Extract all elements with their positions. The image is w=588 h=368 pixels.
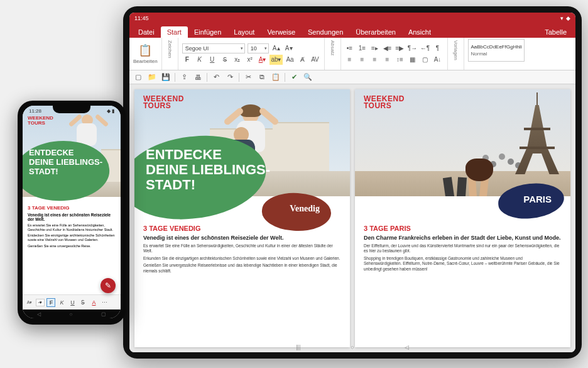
tab-tabelle[interactable]: Tabelle [538, 26, 573, 38]
char-spacing-button[interactable]: AV [310, 55, 320, 65]
phone-nav-home[interactable]: ○ [70, 311, 73, 317]
phone-fontcolor-button[interactable]: A [89, 298, 98, 307]
phone-p1: Es erwartet Sie eine Fülle an Sehenswürd… [28, 223, 116, 232]
font-color-button[interactable]: A▾ [258, 55, 268, 65]
superscript-button[interactable]: x² [245, 55, 255, 65]
phone-brand: WEEKENDTOURS [28, 116, 53, 125]
clear-format-button[interactable]: A̸ [298, 55, 308, 65]
underline-button[interactable]: U [207, 55, 217, 65]
tab-layout[interactable]: Layout [227, 26, 261, 38]
shading-button[interactable]: ▦ [408, 55, 418, 65]
line-spacing-button[interactable]: ↕≡ [395, 55, 405, 65]
phone-nav-back[interactable]: ◁ [37, 311, 41, 317]
case-button[interactable]: Aa [285, 55, 295, 65]
ribbon: 📋 Bearbeiten Zeichen Segoe UI 10 A▴ A▾ F… [129, 38, 575, 70]
android-statusbar: 11:45 ▾◆ [129, 13, 575, 24]
rtl-button[interactable]: ←¶ [420, 43, 430, 53]
nav-back-icon[interactable]: ◁ [405, 344, 409, 350]
style-normal[interactable]: AaBbCcDdEeFfGgHhIi Normal [468, 39, 525, 62]
menu-bar: Datei Start Einfügen Layout Verweise Sen… [129, 24, 575, 38]
paris-subtitle: Den Charme Frankreichs erleben in der St… [364, 235, 562, 241]
paris-badge-text: PARIS [523, 194, 552, 204]
subscript-button[interactable]: x₂ [232, 55, 242, 65]
phone-screen: 11:28 ◆ ▮ WEEKENDTOURS ENTDECKEDEINE LIE… [23, 106, 121, 318]
phone-p2: Entdecken Sie einzigartige architektonis… [28, 233, 116, 242]
edit-fab[interactable]: ✎ [101, 278, 116, 293]
phone-more-button[interactable]: ⋯ [100, 298, 109, 307]
italic-button[interactable]: K [195, 55, 205, 65]
new-doc-icon[interactable]: ▢ [133, 72, 143, 82]
nav-recent-icon[interactable]: ||| [296, 344, 300, 350]
find-icon[interactable]: 🔍 [303, 72, 313, 82]
font-size-select[interactable]: 10 [248, 43, 269, 53]
venice-subtitle: Venedig ist eines der schönsten Reisezie… [143, 235, 341, 241]
redo-icon[interactable]: ↷ [225, 72, 235, 82]
phone-underline-button[interactable]: U [68, 298, 77, 307]
paris-content[interactable]: 3 TAGE PARIS Den Charme Frankreichs erle… [364, 225, 562, 274]
align-justify-button[interactable]: ≡ [383, 55, 393, 65]
align-center-button[interactable]: ≡ [357, 55, 368, 65]
align-left-button[interactable]: ≡ [345, 55, 355, 65]
borders-button[interactable]: ▢ [420, 55, 430, 65]
document-area[interactable]: WEEKEND TOURS ENTDECKEDEINE LIEBLINGS-ST… [129, 84, 575, 352]
outdent-button[interactable]: ◀≡ [383, 43, 393, 53]
bullets-button[interactable]: •≡ [345, 43, 355, 53]
venice-badge-text: Venedig [290, 204, 320, 214]
phone-bold-button[interactable]: F [46, 298, 55, 307]
ltr-button[interactable]: ¶→ [408, 43, 418, 53]
font-name-select[interactable]: Segoe UI [182, 43, 245, 53]
venice-p2: Erkunden Sie die einzigartigen architekt… [143, 256, 341, 261]
nav-home-icon[interactable]: ○ [351, 344, 354, 350]
tab-einfuegen[interactable]: Einfügen [188, 26, 227, 38]
phone-font-btn[interactable]: A▾ [25, 298, 34, 307]
copy-icon[interactable]: ⧉ [257, 72, 267, 82]
ribbon-para-group: Absatz [325, 38, 341, 70]
page-2[interactable]: WEEKEND TOURS PARIS 3 TAGE PARIS Den Cha… [355, 89, 570, 347]
paste-icon[interactable]: 📋 [138, 43, 152, 57]
tab-ansicht[interactable]: Ansicht [402, 26, 437, 38]
multilevel-button[interactable]: ≡▸ [370, 43, 380, 53]
tab-ueberarbeiten[interactable]: Überarbeiten [349, 26, 402, 38]
undo-icon[interactable]: ↶ [211, 72, 221, 82]
status-icons: ▾◆ [558, 15, 570, 21]
phone-headline: ENTDECKEDEINE LIEBLINGS-STADT! [29, 148, 102, 177]
phone-device: 11:28 ◆ ▮ WEEKENDTOURS ENTDECKEDEINE LIE… [18, 101, 126, 325]
style-group-label: Vorlagen [452, 39, 460, 62]
phone-nav-recent[interactable]: ▢ [101, 311, 106, 317]
venice-p1: Es erwartet Sie eine Fülle an Sehenswürd… [143, 243, 341, 254]
numbering-button[interactable]: 1≡ [357, 43, 368, 53]
print-icon[interactable]: 🖶 [193, 72, 203, 82]
phone-strike-button[interactable]: S̶ [79, 298, 87, 307]
venice-content[interactable]: 3 TAGE VENEDIG Venedig ist eines der sch… [143, 225, 341, 276]
paris-title: 3 TAGE PARIS [364, 225, 562, 232]
shrink-font-icon[interactable]: A▾ [284, 43, 294, 53]
save-icon[interactable]: 💾 [161, 72, 171, 82]
strike-button[interactable]: S̶ [220, 55, 230, 65]
page-1[interactable]: WEEKEND TOURS ENTDECKEDEINE LIEBLINGS-ST… [134, 89, 350, 347]
cut-icon[interactable]: ✂ [243, 72, 253, 82]
align-right-button[interactable]: ≡ [370, 55, 380, 65]
phone-time: 11:28 [29, 108, 41, 114]
phone-content[interactable]: 3 TAGE VENEDIG Venedig ist eines der sch… [28, 205, 116, 250]
indent-button[interactable]: ≡▶ [395, 43, 405, 53]
ribbon-edit-group: 📋 Bearbeiten [129, 38, 162, 70]
bold-button[interactable]: F [182, 55, 192, 65]
phone-notch [53, 104, 90, 113]
tab-start[interactable]: Start [161, 26, 188, 38]
tab-sendungen[interactable]: Sendungen [302, 26, 349, 38]
phone-italic-button[interactable]: K [57, 298, 66, 307]
grow-font-icon[interactable]: A▴ [271, 43, 281, 53]
tab-datei[interactable]: Datei [132, 26, 161, 38]
sort-button[interactable]: A↓ [433, 55, 443, 65]
open-icon[interactable]: 📁 [147, 72, 157, 82]
paste-qat-icon[interactable]: 📋 [271, 72, 281, 82]
tablet-screen: 11:45 ▾◆ Datei Start Einfügen Layout Ver… [129, 13, 575, 352]
tab-verweise[interactable]: Verweise [261, 26, 302, 38]
export-icon[interactable]: ⇪ [179, 72, 189, 82]
spellcheck-icon[interactable]: ✔ [289, 72, 299, 82]
highlight-button[interactable]: ab▾ [270, 55, 282, 65]
venice-p3: Genießen Sie unvergessliche Reiseerlebni… [143, 263, 341, 274]
show-marks-button[interactable]: ¶ [433, 43, 443, 53]
phone-size-select[interactable]: ▫▾ [36, 299, 45, 306]
font-group-label: Zeichen [166, 39, 174, 59]
